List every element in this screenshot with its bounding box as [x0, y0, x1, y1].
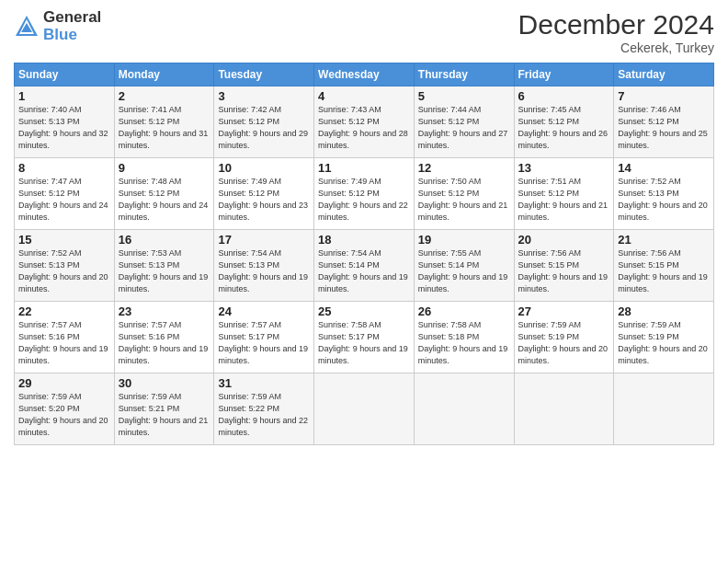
header: General Blue December 2024 Cekerek, Turk…: [14, 9, 714, 55]
day-cell: 28Sunrise: 7:59 AMSunset: 5:19 PMDayligh…: [614, 302, 714, 373]
day-info: Sunrise: 7:42 AMSunset: 5:12 PMDaylight:…: [218, 104, 310, 152]
header-row: SundayMondayTuesdayWednesdayThursdayFrid…: [15, 63, 714, 86]
col-header-tuesday: Tuesday: [214, 63, 314, 86]
day-number: 16: [119, 233, 210, 247]
day-cell: 15Sunrise: 7:52 AMSunset: 5:13 PMDayligh…: [15, 230, 115, 302]
day-number: 9: [119, 161, 210, 175]
day-cell: 24Sunrise: 7:57 AMSunset: 5:17 PMDayligh…: [214, 302, 314, 373]
day-cell: 16Sunrise: 7:53 AMSunset: 5:13 PMDayligh…: [114, 230, 214, 302]
day-number: 20: [518, 233, 610, 247]
day-number: 7: [618, 89, 710, 103]
day-number: 4: [318, 89, 410, 103]
day-info: Sunrise: 7:43 AMSunset: 5:12 PMDaylight:…: [318, 104, 410, 152]
day-cell: 25Sunrise: 7:58 AMSunset: 5:17 PMDayligh…: [314, 302, 415, 373]
day-info: Sunrise: 7:51 AMSunset: 5:12 PMDaylight:…: [518, 176, 610, 224]
location: Cekerek, Turkey: [518, 40, 714, 55]
day-cell: [414, 373, 514, 445]
day-info: Sunrise: 7:45 AMSunset: 5:12 PMDaylight:…: [518, 104, 610, 152]
week-row-4: 22Sunrise: 7:57 AMSunset: 5:16 PMDayligh…: [15, 302, 714, 373]
day-number: 25: [318, 304, 410, 318]
day-info: Sunrise: 7:59 AMSunset: 5:21 PMDaylight:…: [119, 391, 210, 439]
day-number: 10: [218, 161, 310, 175]
title-block: December 2024 Cekerek, Turkey: [518, 9, 714, 55]
day-number: 12: [418, 161, 510, 175]
day-info: Sunrise: 7:52 AMSunset: 5:13 PMDaylight:…: [618, 176, 710, 224]
day-cell: 4Sunrise: 7:43 AMSunset: 5:12 PMDaylight…: [314, 86, 415, 158]
day-info: Sunrise: 7:59 AMSunset: 5:19 PMDaylight:…: [618, 319, 710, 367]
day-cell: 17Sunrise: 7:54 AMSunset: 5:13 PMDayligh…: [214, 230, 314, 302]
day-cell: [614, 373, 714, 445]
day-info: Sunrise: 7:46 AMSunset: 5:12 PMDaylight:…: [618, 104, 710, 152]
col-header-monday: Monday: [114, 63, 214, 86]
day-cell: 13Sunrise: 7:51 AMSunset: 5:12 PMDayligh…: [514, 158, 614, 230]
col-header-thursday: Thursday: [414, 63, 514, 86]
day-cell: 31Sunrise: 7:59 AMSunset: 5:22 PMDayligh…: [214, 373, 314, 445]
day-info: Sunrise: 7:40 AMSunset: 5:13 PMDaylight:…: [18, 104, 110, 152]
day-info: Sunrise: 7:44 AMSunset: 5:12 PMDaylight:…: [418, 104, 510, 152]
day-number: 11: [318, 161, 410, 175]
day-info: Sunrise: 7:47 AMSunset: 5:12 PMDaylight:…: [18, 176, 110, 224]
day-number: 3: [218, 89, 310, 103]
col-header-wednesday: Wednesday: [314, 63, 415, 86]
day-cell: 20Sunrise: 7:56 AMSunset: 5:15 PMDayligh…: [514, 230, 614, 302]
day-cell: 14Sunrise: 7:52 AMSunset: 5:13 PMDayligh…: [614, 158, 714, 230]
day-number: 15: [18, 233, 110, 247]
day-cell: 18Sunrise: 7:54 AMSunset: 5:14 PMDayligh…: [314, 230, 415, 302]
logo-icon: [14, 14, 40, 40]
day-cell: 9Sunrise: 7:48 AMSunset: 5:12 PMDaylight…: [114, 158, 214, 230]
day-info: Sunrise: 7:53 AMSunset: 5:13 PMDaylight:…: [119, 247, 210, 295]
day-cell: 10Sunrise: 7:49 AMSunset: 5:12 PMDayligh…: [214, 158, 314, 230]
day-number: 19: [418, 233, 510, 247]
day-number: 27: [518, 304, 610, 318]
day-info: Sunrise: 7:50 AMSunset: 5:12 PMDaylight:…: [418, 176, 510, 224]
day-cell: 27Sunrise: 7:59 AMSunset: 5:19 PMDayligh…: [514, 302, 614, 373]
day-cell: 2Sunrise: 7:41 AMSunset: 5:12 PMDaylight…: [114, 86, 214, 158]
day-cell: 19Sunrise: 7:55 AMSunset: 5:14 PMDayligh…: [414, 230, 514, 302]
day-number: 26: [418, 304, 510, 318]
day-number: 2: [119, 89, 210, 103]
day-info: Sunrise: 7:48 AMSunset: 5:12 PMDaylight:…: [119, 176, 210, 224]
day-number: 17: [218, 233, 310, 247]
day-number: 31: [218, 376, 310, 390]
logo: General Blue: [14, 9, 101, 43]
week-row-2: 8Sunrise: 7:47 AMSunset: 5:12 PMDaylight…: [15, 158, 714, 230]
day-cell: 8Sunrise: 7:47 AMSunset: 5:12 PMDaylight…: [15, 158, 115, 230]
day-number: 1: [18, 89, 110, 103]
day-number: 21: [618, 233, 710, 247]
day-cell: 3Sunrise: 7:42 AMSunset: 5:12 PMDaylight…: [214, 86, 314, 158]
week-row-5: 29Sunrise: 7:59 AMSunset: 5:20 PMDayligh…: [15, 373, 714, 445]
day-number: 28: [618, 304, 710, 318]
day-cell: 1Sunrise: 7:40 AMSunset: 5:13 PMDaylight…: [15, 86, 115, 158]
day-cell: 22Sunrise: 7:57 AMSunset: 5:16 PMDayligh…: [15, 302, 115, 373]
day-cell: 26Sunrise: 7:58 AMSunset: 5:18 PMDayligh…: [414, 302, 514, 373]
day-info: Sunrise: 7:49 AMSunset: 5:12 PMDaylight:…: [318, 176, 410, 224]
day-cell: 11Sunrise: 7:49 AMSunset: 5:12 PMDayligh…: [314, 158, 415, 230]
day-number: 22: [18, 304, 110, 318]
day-info: Sunrise: 7:56 AMSunset: 5:15 PMDaylight:…: [618, 247, 710, 295]
day-info: Sunrise: 7:52 AMSunset: 5:13 PMDaylight:…: [18, 247, 110, 295]
week-row-3: 15Sunrise: 7:52 AMSunset: 5:13 PMDayligh…: [15, 230, 714, 302]
day-info: Sunrise: 7:59 AMSunset: 5:20 PMDaylight:…: [18, 391, 110, 439]
day-number: 30: [119, 376, 210, 390]
day-cell: 5Sunrise: 7:44 AMSunset: 5:12 PMDaylight…: [414, 86, 514, 158]
day-cell: [514, 373, 614, 445]
day-number: 5: [418, 89, 510, 103]
logo-text: General Blue: [43, 9, 101, 43]
day-number: 18: [318, 233, 410, 247]
day-number: 13: [518, 161, 610, 175]
day-cell: 30Sunrise: 7:59 AMSunset: 5:21 PMDayligh…: [114, 373, 214, 445]
day-info: Sunrise: 7:57 AMSunset: 5:16 PMDaylight:…: [18, 319, 110, 367]
col-header-saturday: Saturday: [614, 63, 714, 86]
day-info: Sunrise: 7:57 AMSunset: 5:16 PMDaylight:…: [119, 319, 210, 367]
day-number: 29: [18, 376, 110, 390]
day-cell: [314, 373, 415, 445]
day-info: Sunrise: 7:54 AMSunset: 5:13 PMDaylight:…: [218, 247, 310, 295]
day-info: Sunrise: 7:58 AMSunset: 5:18 PMDaylight:…: [418, 319, 510, 367]
day-cell: 7Sunrise: 7:46 AMSunset: 5:12 PMDaylight…: [614, 86, 714, 158]
day-cell: 29Sunrise: 7:59 AMSunset: 5:20 PMDayligh…: [15, 373, 115, 445]
day-info: Sunrise: 7:55 AMSunset: 5:14 PMDaylight:…: [418, 247, 510, 295]
day-number: 14: [618, 161, 710, 175]
day-info: Sunrise: 7:54 AMSunset: 5:14 PMDaylight:…: [318, 247, 410, 295]
day-cell: 6Sunrise: 7:45 AMSunset: 5:12 PMDaylight…: [514, 86, 614, 158]
day-info: Sunrise: 7:49 AMSunset: 5:12 PMDaylight:…: [218, 176, 310, 224]
